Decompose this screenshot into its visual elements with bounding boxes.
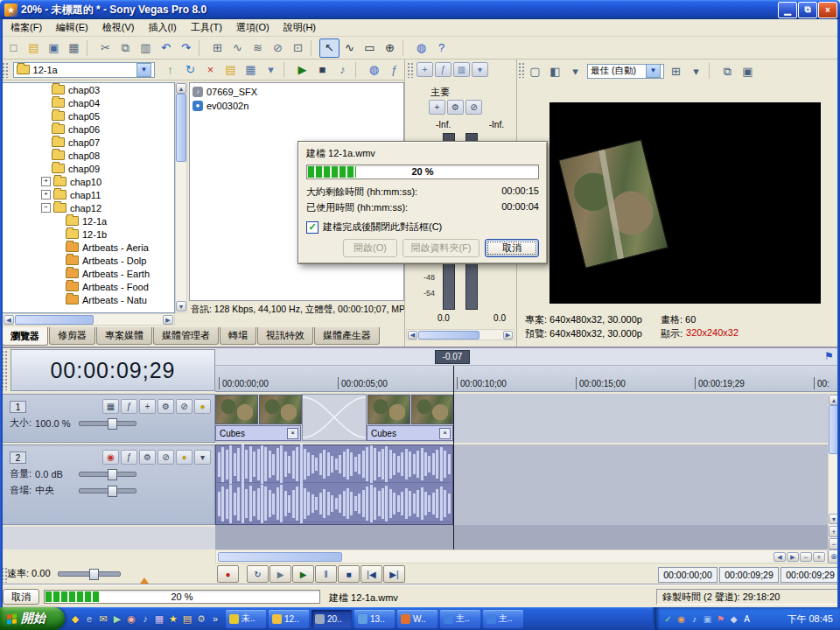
tree-item[interactable]: Artbeats - Natu [3, 293, 174, 306]
scroll-left-icon[interactable]: ◀ [774, 552, 786, 562]
taskbar-item-doc-1[interactable]: 主.. [440, 610, 480, 628]
chevron-down-icon[interactable]: ▼ [136, 63, 151, 77]
slider-handle[interactable] [108, 418, 117, 430]
menu-view[interactable]: 檢視(V) [95, 19, 142, 36]
stop-preview-icon[interactable]: ■ [312, 60, 332, 80]
scroll-down-icon[interactable]: ▼ [176, 301, 186, 312]
views-dropdown-icon[interactable]: ▾ [261, 60, 281, 80]
tree-item[interactable]: Artbeats - Aeria [3, 241, 174, 254]
marker-flag-icon[interactable]: ⚑ [824, 350, 834, 362]
display-tray-icon[interactable]: ▣ [701, 614, 714, 624]
menu-help[interactable]: 說明(H) [276, 19, 323, 36]
tab-media-manager[interactable]: 媒體管理者 [153, 327, 219, 345]
taskbar-item-image[interactable]: 13.. [354, 610, 395, 628]
scroll-left-icon[interactable]: ◀ [4, 315, 14, 325]
paste-icon[interactable]: ▥ [136, 38, 156, 58]
refresh-icon[interactable]: ↻ [180, 60, 200, 80]
interactive-tutorials-icon[interactable]: ◍ [411, 38, 431, 58]
language-tray-icon[interactable]: A [740, 614, 753, 624]
menu-edit[interactable]: 編輯(E) [49, 19, 95, 36]
master-fx-icon[interactable]: + [429, 100, 445, 115]
time-display[interactable]: 00:00:09;29 [10, 349, 215, 391]
overlays-dropdown-icon[interactable]: ▾ [686, 61, 706, 80]
new-folder-icon[interactable]: ▤ [220, 60, 241, 80]
toolbar-icon[interactable] [199, 40, 205, 56]
track-1-number[interactable]: 1 [10, 401, 26, 413]
envelope-edit-tool-icon[interactable]: ∿ [340, 38, 360, 58]
scroll-thumb[interactable] [218, 552, 342, 562]
scroll-thumb[interactable] [15, 315, 94, 325]
close-when-done-checkbox[interactable]: ✓ 建檔完成後關閉此對話框(C) [306, 220, 539, 234]
scroll-right-icon[interactable]: ▶ [163, 315, 173, 325]
play-from-start-button[interactable]: ▶ [270, 565, 291, 583]
close-button[interactable]: × [818, 2, 837, 18]
address-combo[interactable]: 12-1a ▼ [13, 62, 155, 78]
scroll-up-icon[interactable]: ▲ [176, 83, 186, 94]
ql-office-icon[interactable]: ▦ [152, 613, 166, 625]
taskbar-item-vegas[interactable]: 未.. [226, 610, 266, 628]
update-tray-icon[interactable]: ◉ [675, 614, 688, 624]
loop-playback-button[interactable]: ↻ [247, 565, 269, 583]
enable-snapping-icon[interactable]: ⊞ [207, 38, 228, 58]
pause-button[interactable]: ‖ [315, 565, 337, 583]
auto-ripple-icon[interactable]: ≋ [248, 38, 268, 58]
track-2-lane[interactable] [215, 444, 840, 525]
auto-crossfade-icon[interactable]: ∿ [228, 38, 248, 58]
tree-item[interactable]: − chap12 [3, 201, 174, 214]
views-icon[interactable]: ▦ [241, 60, 261, 80]
volume-slider[interactable] [79, 472, 136, 477]
ignore-event-grouping-icon[interactable]: ⊡ [288, 38, 308, 58]
copy-icon[interactable]: ⧉ [116, 38, 136, 58]
tab-explorer[interactable]: 瀏覽器 [2, 327, 48, 346]
tree-item[interactable]: chap08 [3, 149, 174, 162]
lock-envelopes-icon[interactable]: ⊘ [268, 38, 288, 58]
preview-quality-combo[interactable]: 最佳 (自動) ▼ [587, 64, 664, 79]
time-field[interactable]: 00:00:00;00 [658, 567, 718, 583]
split-screen-view-icon[interactable]: ◧ [545, 61, 565, 80]
mute-button[interactable]: ⊘ [158, 450, 174, 465]
tab-trimmer[interactable]: 修剪器 [49, 327, 95, 345]
tree-item[interactable]: chap09 [3, 162, 174, 175]
taskbar-item-render[interactable]: 20.. [312, 610, 352, 628]
tree-item[interactable]: chap04 [3, 96, 174, 109]
zoom-in-icon[interactable]: + [813, 552, 825, 562]
toolbar-icon[interactable] [402, 40, 409, 56]
event-fx-icon[interactable]: × [439, 428, 451, 439]
taskbar-item-media-player[interactable]: W.. [397, 610, 438, 628]
status-cancel-button[interactable]: 取消 [3, 589, 39, 605]
track-motion-icon[interactable]: ▦ [102, 399, 119, 414]
scroll-left-icon[interactable]: ◀ [408, 331, 417, 340]
ql-folder-icon[interactable]: ▤ [180, 613, 194, 625]
go-to-start-button[interactable]: |◀ [360, 565, 382, 583]
preview-toolbar-icon[interactable] [709, 63, 715, 79]
taskbar-item-doc-2[interactable]: 主.. [483, 610, 523, 628]
toolbar-icon[interactable] [311, 40, 317, 56]
zoom-edit-tool-icon[interactable]: ⊕ [380, 38, 400, 58]
explorer-toolbar-icon[interactable] [284, 62, 290, 78]
tree-expander[interactable]: + [41, 190, 51, 200]
track-fx-icon[interactable]: ƒ [121, 399, 137, 414]
tree-item[interactable]: 12-1b [3, 228, 174, 241]
video-event-thumbnail[interactable] [411, 395, 453, 424]
go-to-end-button[interactable]: ▶| [383, 565, 405, 583]
scroll-right-icon[interactable]: ▶ [787, 552, 799, 562]
audio-event[interactable] [215, 444, 453, 525]
timeline-horizontal-scrollbar[interactable]: ◀ ▶ − + [215, 550, 828, 564]
tree-item[interactable]: chap05 [3, 109, 174, 122]
edit-cursor[interactable] [453, 366, 454, 550]
video-event-thumbnail[interactable] [259, 395, 302, 424]
tree-expander[interactable]: + [41, 177, 51, 186]
record-button[interactable]: ● [217, 565, 239, 583]
redo-icon[interactable]: ↷ [176, 38, 196, 58]
timeline-ruler[interactable]: 00:00:00;0000:00:05;0000:00:10;0000:00:1… [215, 366, 840, 392]
menu-options[interactable]: 選項(O) [229, 19, 276, 36]
insert-bus-icon[interactable]: + [416, 62, 433, 77]
scroll-thumb[interactable] [176, 94, 186, 162]
tree-item[interactable]: Artbeats - Dolp [3, 254, 174, 267]
automation-settings-icon[interactable]: ⚙ [158, 399, 174, 414]
menu-tools[interactable]: 工具(T) [184, 19, 229, 36]
project-video-properties-icon[interactable]: ▢ [525, 61, 545, 80]
stop-button[interactable]: ■ [338, 565, 360, 583]
ql-desktop-icon[interactable]: ◆ [68, 613, 82, 625]
whats-this-help-icon[interactable]: ? [431, 38, 452, 58]
